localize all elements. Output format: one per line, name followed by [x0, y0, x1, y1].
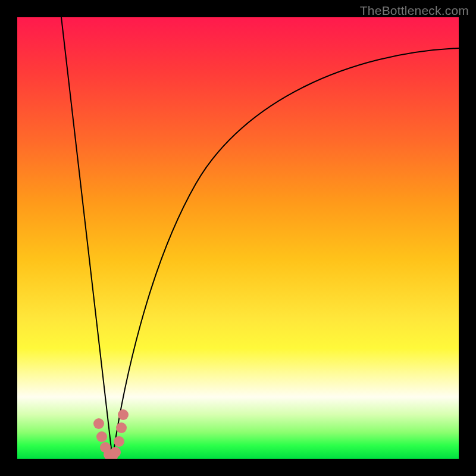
curve-right-branch: [112, 48, 459, 459]
chart-plot-area: [17, 17, 459, 459]
watermark-text: TheBottleneck.com: [360, 4, 469, 18]
marker-dot: [96, 431, 107, 442]
marker-dot: [118, 409, 129, 420]
curve-left-branch: [61, 17, 112, 459]
chart-svg: [17, 17, 459, 459]
trough-marker-group: [93, 409, 129, 459]
marker-dot: [93, 418, 104, 429]
marker-dot: [116, 422, 127, 433]
marker-dot: [114, 436, 124, 447]
marker-dot: [110, 447, 121, 458]
